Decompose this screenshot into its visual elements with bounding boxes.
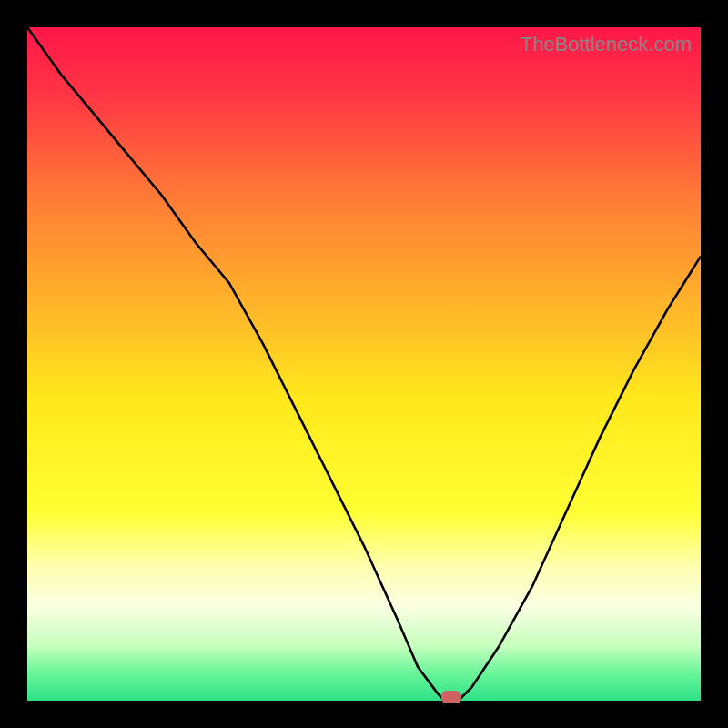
plot-area: TheBottleneck.com bbox=[27, 27, 701, 701]
bottleneck-curve bbox=[27, 27, 701, 701]
outer-frame: TheBottleneck.com bbox=[0, 0, 728, 728]
optimum-marker bbox=[441, 691, 461, 703]
watermark-text: TheBottleneck.com bbox=[521, 33, 692, 56]
